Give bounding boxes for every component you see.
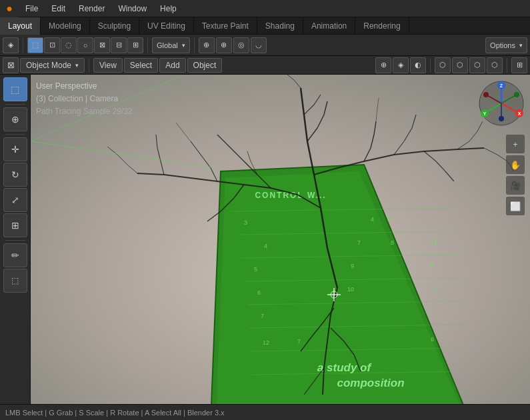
tab-uv-editing[interactable]: UV Editing	[139, 17, 194, 35]
menu-file[interactable]: File	[19, 0, 45, 17]
pan-button[interactable]: ✋	[506, 155, 525, 174]
tab-texture-paint[interactable]: Texture Paint	[194, 17, 257, 35]
tool-transform[interactable]: ⊞	[3, 213, 27, 237]
options-dropdown[interactable]: Options ▾	[485, 37, 527, 53]
blender-logo[interactable]: ●	[0, 0, 19, 17]
extra-select[interactable]: ⊠	[94, 37, 110, 53]
circle-select[interactable]: ○	[77, 37, 93, 53]
lt-sep-3	[5, 240, 25, 241]
svg-text:11: 11	[431, 238, 437, 245]
status-text: LMB Select | G Grab | S Scale | R Rotate…	[5, 409, 225, 417]
options-label: Options	[490, 41, 515, 49]
svg-text:5: 5	[387, 216, 391, 223]
snap-button[interactable]: ⊕	[199, 37, 215, 53]
tool-select-box[interactable]: ⬚	[3, 77, 27, 101]
svg-point-51	[514, 92, 519, 97]
tool-annotate[interactable]: ✏	[3, 243, 27, 267]
render-view[interactable]: ⬡	[469, 57, 485, 73]
viewport[interactable]: CONTROL W... 3 4 5 4 7 8 11 5 9 4 6 10 5…	[31, 75, 530, 404]
status-bar: LMB Select | G Grab | S Scale | R Rotate…	[0, 404, 530, 420]
global-label: Global	[157, 41, 178, 49]
view-button[interactable]: View	[93, 58, 123, 73]
tab-modeling[interactable]: Modeling	[41, 17, 90, 35]
top-menu-bar: ● File Edit Render Window Help	[0, 0, 530, 17]
svg-text:4: 4	[264, 243, 267, 249]
box-select[interactable]: ⊡	[44, 37, 60, 53]
svg-text:a study of: a study of	[317, 361, 373, 374]
sep-5	[430, 58, 431, 73]
editor-type-button[interactable]: ◈	[3, 37, 19, 53]
rendered-view[interactable]: ⬡	[487, 57, 503, 73]
solid-view[interactable]: ⬡	[435, 57, 451, 73]
tab-rendering[interactable]: Rendering	[355, 17, 409, 35]
mode-icons: ⬚ ⊡ ◌ ○ ⊠ ⊟ ⊞	[27, 37, 143, 53]
svg-text:7: 7	[357, 239, 361, 246]
fullscreen-btn[interactable]: ⊞	[511, 57, 527, 73]
render-info: Path Tracing Sample 29/32	[36, 105, 133, 118]
svg-text:8: 8	[391, 239, 394, 246]
svg-text:4: 4	[371, 216, 374, 223]
global-dropdown[interactable]: Global ▾	[152, 37, 190, 53]
proportional2-button[interactable]: ◡	[251, 37, 267, 53]
svg-text:10: 10	[347, 286, 354, 293]
tab-shading[interactable]: Shading	[257, 17, 303, 35]
select-button[interactable]: Select	[124, 58, 158, 73]
main-area: ⬚ ⊕ ✛ ↻ ⤢ ⊞ ✏ ⬚	[0, 75, 530, 404]
svg-text:3: 3	[244, 219, 247, 226]
options-chevron: ▾	[519, 42, 523, 49]
overlay-icon[interactable]: ⊕	[375, 57, 391, 73]
second-toolbar: ⊠ Object Mode ▾ View Select Add Object ⊕…	[0, 56, 530, 75]
global-chevron: ▾	[182, 42, 185, 49]
collection-label: (3) Collection | Camera	[36, 93, 133, 105]
viewport-gizmo[interactable]: Z X Y	[478, 80, 525, 127]
xray-icon[interactable]: ◐	[410, 57, 426, 73]
menu-edit[interactable]: Edit	[45, 0, 72, 17]
sep-2	[147, 38, 148, 53]
object-mode-button[interactable]: Object Mode ▾	[20, 58, 85, 73]
menu-help[interactable]: Help	[153, 0, 183, 17]
lt-sep-1	[5, 104, 25, 105]
object-mode-label: Object Mode	[26, 61, 71, 70]
svg-text:CONTROL W...: CONTROL W...	[255, 191, 326, 200]
extra-3[interactable]: ⊞	[127, 37, 143, 53]
add-button[interactable]: Add	[159, 58, 185, 73]
svg-text:5: 5	[434, 285, 437, 291]
lasso-select[interactable]: ◌	[61, 37, 77, 53]
svg-text:6: 6	[257, 289, 261, 296]
zoom-in-button[interactable]: +	[506, 135, 525, 153]
svg-text:composition: composition	[337, 377, 404, 389]
frame-button[interactable]: ⬜	[506, 197, 525, 215]
scene-svg: CONTROL W... 3 4 5 4 7 8 11 5 9 4 6 10 5…	[31, 75, 530, 404]
perspective-info: User Perspective (3) Collection | Camera…	[36, 80, 133, 119]
snap2-button[interactable]: ⊕	[216, 37, 232, 53]
select-box-tb[interactable]: ⬚	[27, 37, 43, 53]
object-button[interactable]: Object	[187, 58, 223, 73]
viewport-icon[interactable]: ⊠	[3, 57, 19, 73]
svg-text:6: 6	[431, 336, 434, 343]
tool-measure[interactable]: ⬚	[3, 269, 27, 293]
header-toolbar: ◈ ⬚ ⊡ ◌ ○ ⊠ ⊟ ⊞ Global ▾ ⊕ ⊕ ◎ ◡ Options…	[0, 35, 530, 56]
sep-3	[194, 38, 195, 53]
workspace-tabs: Layout Modeling Sculpting UV Editing Tex…	[0, 17, 530, 35]
svg-text:X: X	[518, 111, 521, 116]
material-view[interactable]: ⬡	[452, 57, 468, 73]
tab-layout[interactable]: Layout	[0, 17, 41, 35]
right-mini-toolbar: + ✋ 🎥 ⬜	[506, 135, 525, 215]
overlay2-icon[interactable]: ◈	[393, 57, 409, 73]
tool-scale[interactable]: ⤢	[3, 188, 27, 212]
tab-animation[interactable]: Animation	[303, 17, 355, 35]
svg-text:9: 9	[351, 263, 354, 269]
extra-2[interactable]: ⊟	[111, 37, 127, 53]
menu-render[interactable]: Render	[72, 0, 111, 17]
svg-point-47	[499, 116, 504, 121]
tool-rotate[interactable]: ↻	[3, 163, 27, 187]
menu-window[interactable]: Window	[111, 0, 153, 17]
svg-text:5: 5	[254, 266, 257, 273]
tab-sculpting[interactable]: Sculpting	[90, 17, 139, 35]
tool-cursor[interactable]: ⊕	[3, 107, 27, 131]
camera-button[interactable]: 🎥	[506, 176, 525, 195]
svg-text:Y: Y	[483, 111, 487, 116]
proportional-button[interactable]: ◎	[233, 37, 249, 53]
tool-move[interactable]: ✛	[3, 137, 27, 161]
svg-point-49	[483, 92, 489, 97]
